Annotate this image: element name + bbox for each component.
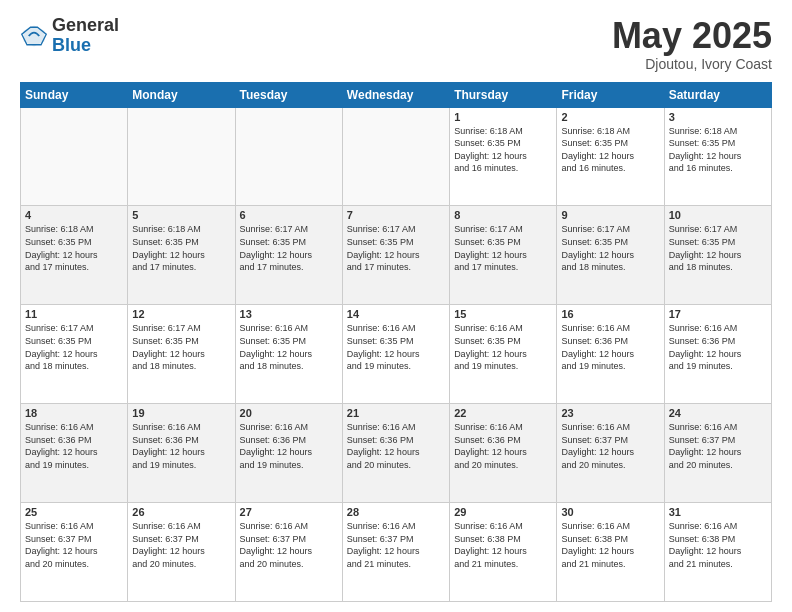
table-row: 17Sunrise: 6:16 AM Sunset: 6:36 PM Dayli… [664,305,771,404]
day-number: 25 [25,506,123,518]
title-block: May 2025 Djoutou, Ivory Coast [612,16,772,72]
col-friday: Friday [557,82,664,107]
day-info: Sunrise: 6:17 AM Sunset: 6:35 PM Dayligh… [454,223,552,273]
table-row: 30Sunrise: 6:16 AM Sunset: 6:38 PM Dayli… [557,503,664,602]
day-number: 27 [240,506,338,518]
day-info: Sunrise: 6:18 AM Sunset: 6:35 PM Dayligh… [454,125,552,175]
table-row: 31Sunrise: 6:16 AM Sunset: 6:38 PM Dayli… [664,503,771,602]
day-number: 17 [669,308,767,320]
col-sunday: Sunday [21,82,128,107]
day-info: Sunrise: 6:16 AM Sunset: 6:36 PM Dayligh… [561,322,659,372]
table-row [342,107,449,206]
day-info: Sunrise: 6:16 AM Sunset: 6:36 PM Dayligh… [669,322,767,372]
calendar-week-row: 4Sunrise: 6:18 AM Sunset: 6:35 PM Daylig… [21,206,772,305]
table-row: 11Sunrise: 6:17 AM Sunset: 6:35 PM Dayli… [21,305,128,404]
day-info: Sunrise: 6:18 AM Sunset: 6:35 PM Dayligh… [669,125,767,175]
day-info: Sunrise: 6:16 AM Sunset: 6:36 PM Dayligh… [454,421,552,471]
day-info: Sunrise: 6:16 AM Sunset: 6:35 PM Dayligh… [454,322,552,372]
day-info: Sunrise: 6:16 AM Sunset: 6:37 PM Dayligh… [25,520,123,570]
table-row: 18Sunrise: 6:16 AM Sunset: 6:36 PM Dayli… [21,404,128,503]
table-row: 4Sunrise: 6:18 AM Sunset: 6:35 PM Daylig… [21,206,128,305]
table-row: 15Sunrise: 6:16 AM Sunset: 6:35 PM Dayli… [450,305,557,404]
logo: General Blue [20,16,119,56]
day-info: Sunrise: 6:16 AM Sunset: 6:36 PM Dayligh… [347,421,445,471]
day-number: 16 [561,308,659,320]
col-thursday: Thursday [450,82,557,107]
day-info: Sunrise: 6:17 AM Sunset: 6:35 PM Dayligh… [561,223,659,273]
col-tuesday: Tuesday [235,82,342,107]
day-info: Sunrise: 6:16 AM Sunset: 6:35 PM Dayligh… [240,322,338,372]
day-info: Sunrise: 6:18 AM Sunset: 6:35 PM Dayligh… [561,125,659,175]
logo-icon [20,22,48,50]
day-number: 18 [25,407,123,419]
calendar-header-row: Sunday Monday Tuesday Wednesday Thursday… [21,82,772,107]
day-number: 28 [347,506,445,518]
day-info: Sunrise: 6:16 AM Sunset: 6:37 PM Dayligh… [669,421,767,471]
day-info: Sunrise: 6:17 AM Sunset: 6:35 PM Dayligh… [347,223,445,273]
table-row [21,107,128,206]
day-number: 11 [25,308,123,320]
day-info: Sunrise: 6:16 AM Sunset: 6:36 PM Dayligh… [240,421,338,471]
table-row: 1Sunrise: 6:18 AM Sunset: 6:35 PM Daylig… [450,107,557,206]
table-row: 25Sunrise: 6:16 AM Sunset: 6:37 PM Dayli… [21,503,128,602]
day-number: 6 [240,209,338,221]
table-row: 5Sunrise: 6:18 AM Sunset: 6:35 PM Daylig… [128,206,235,305]
calendar-week-row: 1Sunrise: 6:18 AM Sunset: 6:35 PM Daylig… [21,107,772,206]
calendar-week-row: 18Sunrise: 6:16 AM Sunset: 6:36 PM Dayli… [21,404,772,503]
logo-general-text: General [52,16,119,36]
calendar-week-row: 25Sunrise: 6:16 AM Sunset: 6:37 PM Dayli… [21,503,772,602]
day-info: Sunrise: 6:18 AM Sunset: 6:35 PM Dayligh… [25,223,123,273]
day-info: Sunrise: 6:16 AM Sunset: 6:35 PM Dayligh… [347,322,445,372]
day-number: 21 [347,407,445,419]
day-info: Sunrise: 6:16 AM Sunset: 6:37 PM Dayligh… [561,421,659,471]
day-info: Sunrise: 6:16 AM Sunset: 6:38 PM Dayligh… [669,520,767,570]
header: General Blue May 2025 Djoutou, Ivory Coa… [20,16,772,72]
col-wednesday: Wednesday [342,82,449,107]
col-monday: Monday [128,82,235,107]
table-row [128,107,235,206]
table-row: 14Sunrise: 6:16 AM Sunset: 6:35 PM Dayli… [342,305,449,404]
logo-text: General Blue [52,16,119,56]
title-month: May 2025 [612,16,772,56]
day-number: 20 [240,407,338,419]
table-row: 6Sunrise: 6:17 AM Sunset: 6:35 PM Daylig… [235,206,342,305]
day-number: 13 [240,308,338,320]
day-number: 10 [669,209,767,221]
day-number: 1 [454,111,552,123]
table-row: 3Sunrise: 6:18 AM Sunset: 6:35 PM Daylig… [664,107,771,206]
day-number: 5 [132,209,230,221]
day-number: 2 [561,111,659,123]
day-number: 12 [132,308,230,320]
title-location: Djoutou, Ivory Coast [612,56,772,72]
calendar-week-row: 11Sunrise: 6:17 AM Sunset: 6:35 PM Dayli… [21,305,772,404]
day-number: 4 [25,209,123,221]
day-info: Sunrise: 6:16 AM Sunset: 6:38 PM Dayligh… [561,520,659,570]
day-info: Sunrise: 6:17 AM Sunset: 6:35 PM Dayligh… [669,223,767,273]
table-row: 26Sunrise: 6:16 AM Sunset: 6:37 PM Dayli… [128,503,235,602]
day-info: Sunrise: 6:16 AM Sunset: 6:37 PM Dayligh… [347,520,445,570]
page: General Blue May 2025 Djoutou, Ivory Coa… [0,0,792,612]
day-info: Sunrise: 6:16 AM Sunset: 6:36 PM Dayligh… [132,421,230,471]
day-number: 14 [347,308,445,320]
table-row: 7Sunrise: 6:17 AM Sunset: 6:35 PM Daylig… [342,206,449,305]
table-row: 23Sunrise: 6:16 AM Sunset: 6:37 PM Dayli… [557,404,664,503]
table-row: 28Sunrise: 6:16 AM Sunset: 6:37 PM Dayli… [342,503,449,602]
table-row: 16Sunrise: 6:16 AM Sunset: 6:36 PM Dayli… [557,305,664,404]
day-number: 31 [669,506,767,518]
table-row: 12Sunrise: 6:17 AM Sunset: 6:35 PM Dayli… [128,305,235,404]
day-info: Sunrise: 6:16 AM Sunset: 6:37 PM Dayligh… [132,520,230,570]
day-number: 24 [669,407,767,419]
day-number: 3 [669,111,767,123]
table-row: 9Sunrise: 6:17 AM Sunset: 6:35 PM Daylig… [557,206,664,305]
day-number: 7 [347,209,445,221]
table-row: 10Sunrise: 6:17 AM Sunset: 6:35 PM Dayli… [664,206,771,305]
day-info: Sunrise: 6:17 AM Sunset: 6:35 PM Dayligh… [240,223,338,273]
day-number: 9 [561,209,659,221]
day-info: Sunrise: 6:18 AM Sunset: 6:35 PM Dayligh… [132,223,230,273]
day-info: Sunrise: 6:16 AM Sunset: 6:37 PM Dayligh… [240,520,338,570]
table-row: 19Sunrise: 6:16 AM Sunset: 6:36 PM Dayli… [128,404,235,503]
calendar-table: Sunday Monday Tuesday Wednesday Thursday… [20,82,772,602]
day-number: 29 [454,506,552,518]
day-number: 8 [454,209,552,221]
table-row: 2Sunrise: 6:18 AM Sunset: 6:35 PM Daylig… [557,107,664,206]
